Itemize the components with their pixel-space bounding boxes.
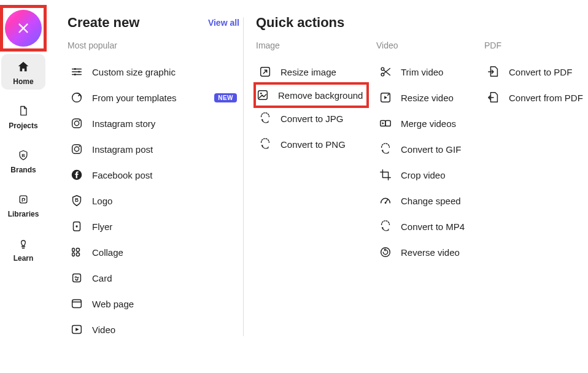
create-logo[interactable]: B Logo bbox=[68, 188, 239, 213]
item-label: Convert to JPG bbox=[280, 113, 364, 124]
qa-col-image: Image Resize image Remove background bbox=[256, 40, 366, 265]
qa-convert-gif[interactable]: Convert to GIF bbox=[376, 136, 474, 162]
nav-projects[interactable]: Projects bbox=[1, 98, 45, 134]
item-label: Collage bbox=[92, 247, 237, 258]
scissors-icon bbox=[379, 65, 392, 79]
qa-convert-png[interactable]: Convert to PNG bbox=[256, 131, 366, 157]
svg-point-4 bbox=[74, 68, 76, 70]
collage-icon bbox=[70, 245, 83, 259]
close-button[interactable] bbox=[5, 10, 42, 47]
item-label: Instagram story bbox=[92, 118, 237, 129]
resize-image-icon bbox=[258, 65, 272, 79]
convert-jpg-icon bbox=[258, 112, 272, 125]
left-sidebar: Home Projects B Brands Libraries Learn bbox=[0, 0, 47, 373]
create-title: Create new bbox=[68, 15, 139, 31]
create-instagram-story[interactable]: Instagram story bbox=[68, 110, 239, 136]
qa-convert-mp4[interactable]: Convert to MP4 bbox=[376, 213, 474, 239]
svg-point-27 bbox=[260, 93, 262, 94]
qa-resize-video[interactable]: Resize video bbox=[376, 85, 474, 110]
qa-convert-from-pdf[interactable]: Convert from PDF bbox=[484, 85, 588, 110]
video-icon bbox=[70, 323, 83, 336]
qa-merge-videos[interactable]: Merge videos bbox=[376, 110, 474, 136]
item-label: Custom size graphic bbox=[92, 67, 237, 77]
vertical-divider bbox=[243, 17, 244, 336]
item-label: Web page bbox=[92, 299, 237, 309]
svg-point-13 bbox=[79, 145, 80, 147]
qa-head-video: Video bbox=[376, 40, 474, 50]
svg-point-9 bbox=[74, 121, 79, 125]
create-video[interactable]: Video bbox=[68, 317, 239, 342]
item-label: Trim video bbox=[401, 67, 472, 77]
item-label: Convert from PDF bbox=[509, 93, 586, 103]
nav-brands[interactable]: B Brands bbox=[1, 142, 45, 178]
item-label: Change speed bbox=[401, 196, 472, 206]
create-new-section: Create new View all Most popular Custom … bbox=[68, 15, 239, 373]
libraries-icon bbox=[17, 193, 30, 206]
svg-rect-19 bbox=[72, 253, 75, 256]
svg-point-6 bbox=[74, 74, 76, 75]
pdf-in-icon bbox=[487, 65, 500, 79]
qa-remove-background[interactable]: Remove background bbox=[253, 82, 369, 108]
qa-change-speed[interactable]: Change speed bbox=[376, 188, 474, 213]
crop-icon bbox=[379, 168, 392, 182]
item-label: Convert to PDF bbox=[509, 67, 586, 77]
svg-rect-3 bbox=[20, 196, 27, 203]
create-collage[interactable]: Collage bbox=[68, 239, 239, 265]
item-label: Reverse video bbox=[401, 247, 472, 258]
reverse-icon bbox=[379, 245, 392, 259]
templates-icon bbox=[70, 91, 83, 104]
close-icon bbox=[17, 21, 30, 35]
convert-png-icon bbox=[258, 137, 272, 151]
sliders-icon bbox=[70, 65, 83, 79]
main-content: Create new View all Most popular Custom … bbox=[47, 0, 588, 373]
create-flyer[interactable]: Flyer bbox=[68, 213, 239, 239]
item-label: Flyer bbox=[92, 221, 237, 232]
bulb-icon bbox=[17, 237, 30, 250]
convert-gif-icon bbox=[379, 142, 392, 156]
create-web-page[interactable]: Web page bbox=[68, 291, 239, 317]
item-label: Resize image bbox=[280, 67, 364, 77]
create-custom-size[interactable]: Custom size graphic bbox=[68, 59, 239, 85]
create-card[interactable]: Card bbox=[68, 265, 239, 291]
item-label: Convert to GIF bbox=[401, 144, 472, 155]
qa-convert-jpg[interactable]: Convert to JPG bbox=[256, 106, 366, 131]
qa-col-video: Video Trim video Resize video bbox=[376, 40, 474, 265]
speed-icon bbox=[379, 194, 392, 207]
item-label: Resize video bbox=[401, 93, 472, 103]
nav-learn[interactable]: Learn bbox=[1, 231, 45, 266]
quick-actions-section: Quick actions Image Resize image Remove … bbox=[256, 15, 588, 373]
webpage-icon bbox=[70, 297, 83, 310]
pdf-out-icon bbox=[487, 91, 500, 104]
svg-point-20 bbox=[76, 248, 79, 252]
svg-point-21 bbox=[76, 253, 79, 256]
create-from-templates[interactable]: From your templates NEW bbox=[68, 85, 239, 110]
file-icon bbox=[17, 104, 30, 118]
instagram-icon bbox=[70, 117, 83, 130]
item-label: Remove background bbox=[278, 90, 366, 101]
create-instagram-post[interactable]: Instagram post bbox=[68, 136, 239, 162]
qa-head-image: Image bbox=[256, 40, 366, 50]
qa-reverse-video[interactable]: Reverse video bbox=[376, 239, 474, 265]
qa-crop-video[interactable]: Crop video bbox=[376, 162, 474, 188]
item-label: Video bbox=[92, 325, 237, 335]
create-facebook-post[interactable]: Facebook post bbox=[68, 162, 239, 188]
item-label: Card bbox=[92, 273, 237, 283]
shield-b-icon: B bbox=[17, 148, 30, 162]
flyer-icon bbox=[70, 220, 83, 233]
quick-title: Quick actions bbox=[256, 15, 588, 31]
qa-resize-image[interactable]: Resize image bbox=[256, 59, 366, 85]
nav-label: Projects bbox=[9, 121, 37, 130]
view-all-link[interactable]: View all bbox=[208, 18, 239, 28]
svg-point-10 bbox=[79, 120, 80, 121]
merge-icon bbox=[379, 117, 392, 130]
nav-label: Brands bbox=[10, 166, 36, 174]
nav-libraries[interactable]: Libraries bbox=[1, 186, 45, 222]
qa-trim-video[interactable]: Trim video bbox=[376, 59, 474, 85]
facebook-icon bbox=[70, 168, 83, 182]
convert-mp4-icon bbox=[379, 220, 392, 233]
item-label: Convert to MP4 bbox=[401, 221, 472, 232]
svg-point-17 bbox=[75, 225, 77, 227]
card-icon bbox=[70, 271, 83, 285]
nav-home[interactable]: Home bbox=[1, 54, 45, 90]
qa-convert-to-pdf[interactable]: Convert to PDF bbox=[484, 59, 588, 85]
